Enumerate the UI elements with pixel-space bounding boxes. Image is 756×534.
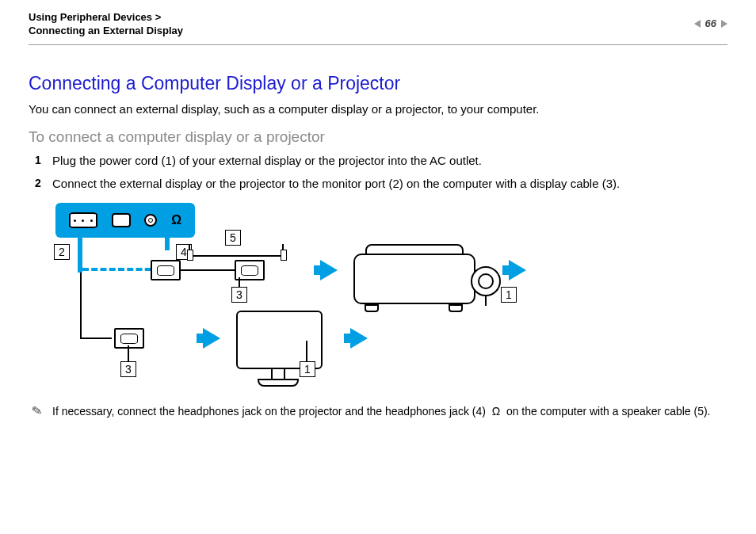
cable-upper-h — [179, 269, 235, 271]
projector-icon — [353, 239, 488, 311]
note-block: ✎ If necessary, connect the headphones j… — [29, 405, 727, 418]
headphone-port-icon: Ω — [171, 213, 181, 227]
callout-2: 2 — [54, 244, 70, 260]
next-page-icon[interactable] — [721, 20, 727, 28]
note-pencil-icon: ✎ — [30, 402, 43, 419]
note-text-b: on the computer with a speaker cable (5)… — [506, 405, 711, 418]
arrow-after-projector — [509, 260, 526, 280]
cable-down — [80, 273, 82, 338]
step-1: Plug the power cord (1) of your external… — [35, 154, 727, 167]
vga-plug-lower — [114, 328, 144, 349]
page-nav: 66 — [694, 17, 727, 29]
audio-cable — [192, 255, 281, 257]
arrow-after-monitor — [350, 328, 368, 349]
audio-tip-left — [189, 244, 190, 250]
callout-3-upper: 3 — [231, 287, 247, 303]
callout-1-right: 1 — [501, 287, 517, 303]
connection-diagram: Ω 2 4 5 3 3 — [52, 200, 520, 394]
callout3-lead-lower — [128, 345, 129, 361]
vga-plug-upper-left — [151, 260, 181, 280]
callout-1-lower: 1 — [300, 361, 315, 377]
computer-port-panel: Ω — [55, 203, 195, 238]
arrow-to-projector — [320, 260, 338, 280]
callout3-lead-upper — [239, 277, 240, 287]
arrow-to-monitor — [203, 328, 220, 349]
page-content: Connecting a Computer Display or a Proje… — [29, 73, 727, 418]
steps-list: Plug the power cord (1) of your external… — [29, 154, 727, 190]
vga-port-icon — [69, 212, 97, 228]
headphone-inline-icon: Ω — [489, 405, 503, 418]
section-subtitle: To connect a computer display or a proje… — [29, 128, 727, 146]
breadcrumb: Using Peripheral Devices > Connecting an… — [29, 11, 183, 36]
breadcrumb-cat: Using Peripheral Devices — [29, 11, 152, 23]
page-number: 66 — [705, 17, 716, 29]
cable-from-port-4 — [165, 238, 170, 250]
cable-dashed — [82, 268, 160, 271]
header-divider — [29, 44, 727, 45]
step-2: Connect the external display or the proj… — [35, 177, 727, 190]
projector-power-lead — [485, 295, 487, 306]
audio-tip-right — [282, 244, 284, 250]
prev-page-icon[interactable] — [694, 20, 701, 28]
breadcrumb-page: Connecting an External Display — [29, 25, 183, 36]
callout-3-lower: 3 — [120, 361, 136, 377]
cable-down-h — [80, 338, 112, 339]
breadcrumb-sep: > — [152, 11, 161, 23]
audio-plug-left — [187, 250, 193, 261]
audio-port-icon — [144, 214, 157, 227]
intro-text: You can connect an external display, suc… — [29, 102, 727, 116]
audio-plug-right — [281, 250, 287, 261]
page-header: Using Peripheral Devices > Connecting an… — [29, 11, 727, 36]
rect-port-icon — [112, 213, 131, 227]
note-text-a: If necessary, connect the headphones jac… — [52, 405, 486, 418]
callout-5: 5 — [225, 230, 241, 246]
page-title: Connecting a Computer Display or a Proje… — [29, 73, 727, 94]
